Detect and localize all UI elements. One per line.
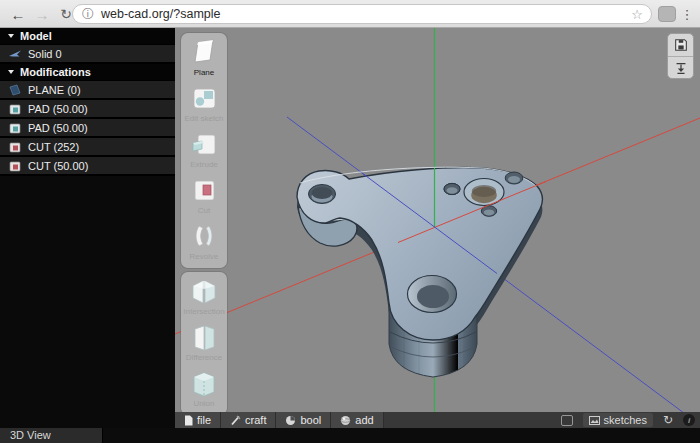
export-down-icon: [673, 60, 689, 76]
tree-item-plane[interactable]: PLANE (0): [0, 81, 175, 100]
tree-section-label: Model: [20, 30, 52, 42]
tool-plane[interactable]: Plane: [181, 36, 227, 82]
tool-label: Union: [194, 399, 215, 408]
page-info-icon[interactable]: ⓘ: [82, 6, 94, 23]
web-cad-app: ← → ↻ ⓘ web-cad.org/?sample ☆ ⋮ Model So…: [0, 0, 700, 443]
tool-difference[interactable]: Difference: [181, 321, 227, 367]
difference-tool-icon: [189, 323, 219, 353]
menu-craft[interactable]: craft: [221, 412, 276, 428]
browser-toolbar: ← → ↻ ⓘ web-cad.org/?sample ☆ ⋮: [0, 0, 700, 28]
menu-label: add: [355, 414, 373, 426]
tree-item-cut-1[interactable]: CUT (252): [0, 138, 175, 157]
cut-tool-icon: [189, 176, 219, 206]
tool-label: Revolve: [190, 252, 219, 261]
file-icon: [184, 415, 193, 426]
tool-label: Intersection: [183, 307, 224, 316]
sketches-checkbox[interactable]: [561, 415, 573, 426]
floppy-save-icon: [673, 37, 689, 53]
status-bar: 3D View: [0, 428, 700, 443]
intersection-tool-icon: [189, 277, 219, 307]
view-tab-3d[interactable]: 3D View: [0, 428, 103, 443]
tree-section-label: Modifications: [20, 66, 91, 78]
viewport-action-buttons: [667, 33, 694, 79]
collapse-caret-icon: [8, 70, 14, 74]
menu-file[interactable]: file: [175, 412, 221, 428]
union-tool-icon: [189, 369, 219, 399]
tool-edit-sketch[interactable]: Edit sketch: [181, 82, 227, 128]
menu-label: craft: [245, 414, 266, 426]
tool-label: Cut: [198, 206, 210, 215]
tree-item-label: PAD (50.00): [28, 122, 88, 134]
model-tree-sidebar: Model Solid 0 Modifications PLANE (0) PA…: [0, 28, 175, 428]
url-bar[interactable]: ⓘ web-cad.org/?sample ☆: [72, 4, 652, 24]
sketches-label: sketches: [604, 414, 647, 426]
tool-label: Edit sketch: [184, 114, 223, 123]
pad-feature-icon: [8, 103, 22, 115]
image-icon: [589, 416, 600, 425]
bracket-model[interactable]: [297, 167, 542, 377]
tool-extrude[interactable]: Extrude: [181, 128, 227, 174]
craft-tool-icon: [230, 415, 241, 426]
tree-item-pad-1[interactable]: PAD (50.00): [0, 100, 175, 119]
solid-icon: [8, 48, 22, 59]
cut-feature-icon: [8, 141, 22, 153]
add-sphere-icon: [340, 415, 351, 426]
tree-item-pad-2[interactable]: PAD (50.00): [0, 119, 175, 138]
pad-feature-icon: [8, 122, 22, 134]
tool-union[interactable]: Union: [181, 367, 227, 412]
profile-avatar[interactable]: [658, 6, 676, 22]
back-icon[interactable]: ←: [8, 0, 28, 28]
tool-label: Extrude: [190, 160, 218, 169]
tree-section-modifications[interactable]: Modifications: [0, 64, 175, 81]
menu-add[interactable]: add: [331, 412, 383, 428]
edit-sketch-tool-icon: [189, 84, 219, 114]
menu-bool[interactable]: bool: [276, 412, 331, 428]
refresh-icon[interactable]: ↻: [663, 413, 673, 427]
plane-tool-icon: [189, 38, 219, 68]
tree-item-label: PAD (50.00): [28, 103, 88, 115]
cad-scene: [175, 28, 700, 412]
tool-cut[interactable]: Cut: [181, 174, 227, 220]
tree-item-label: CUT (50.00): [28, 160, 88, 172]
extrude-tool-icon: [189, 130, 219, 160]
cut-feature-icon: [8, 160, 22, 172]
tree-item-label: CUT (252): [28, 141, 79, 153]
menu-label: file: [197, 414, 211, 426]
bottom-menu-bar: file craft bool add: [175, 412, 700, 428]
collapse-caret-icon: [8, 34, 14, 38]
info-icon[interactable]: i: [683, 414, 695, 426]
bookmark-star-icon[interactable]: ☆: [631, 7, 643, 22]
tool-intersection[interactable]: Intersection: [181, 275, 227, 321]
tool-label: Plane: [194, 68, 214, 77]
revolve-tool-icon: [189, 222, 219, 252]
tree-item-cut-2[interactable]: CUT (50.00): [0, 157, 175, 176]
tree-item-label: Solid 0: [28, 48, 62, 60]
bool-icon: [285, 415, 296, 426]
tree-item-solid[interactable]: Solid 0: [0, 45, 175, 64]
menu-label: bool: [300, 414, 321, 426]
save-button[interactable]: [668, 34, 693, 56]
tool-palette-sketch: Plane Edit sketch Extrude: [181, 33, 227, 268]
export-button[interactable]: [668, 56, 693, 78]
forward-icon[interactable]: →: [32, 0, 52, 28]
sketches-toggle[interactable]: sketches: [583, 413, 653, 427]
viewport-3d[interactable]: Plane Edit sketch Extrude: [175, 28, 700, 412]
tree-item-label: PLANE (0): [28, 84, 81, 96]
tool-label: Difference: [186, 353, 222, 362]
url-text[interactable]: web-cad.org/?sample: [101, 7, 631, 21]
tool-revolve[interactable]: Revolve: [181, 220, 227, 266]
browser-menu-icon[interactable]: ⋮: [680, 0, 694, 28]
tree-section-model[interactable]: Model: [0, 28, 175, 45]
tool-palette-boolean: Intersection Difference Union: [181, 272, 227, 412]
plane-feature-icon: [8, 84, 22, 96]
